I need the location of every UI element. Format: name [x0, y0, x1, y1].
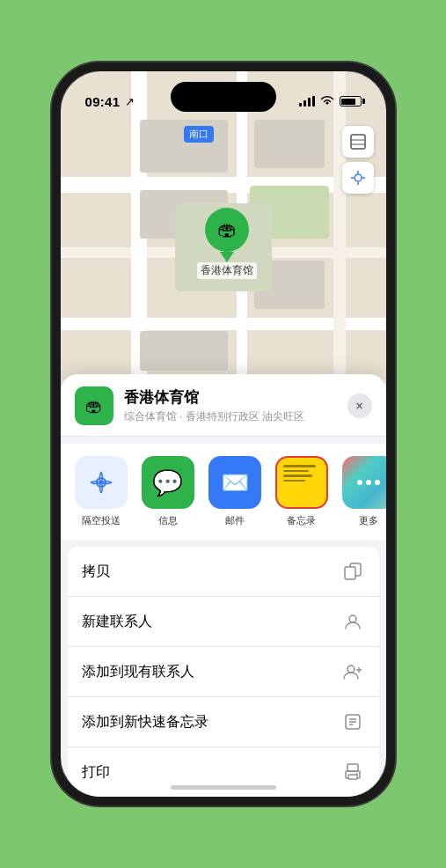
- add-existing-label: 添加到现有联系人: [82, 663, 194, 681]
- more-label: 更多: [359, 514, 378, 527]
- new-contact-icon: [340, 609, 365, 634]
- new-contact-label: 新建联系人: [82, 613, 152, 631]
- venue-title: 香港体育馆: [124, 387, 337, 408]
- venue-subtitle: 综合体育馆 · 香港特别行政区 油尖旺区: [124, 409, 337, 424]
- copy-label: 拷贝: [82, 563, 110, 581]
- svg-rect-22: [347, 764, 358, 771]
- status-icons: [299, 95, 362, 108]
- add-notes-label: 添加到新快速备忘录: [82, 713, 208, 732]
- share-item-more[interactable]: 更多: [342, 456, 386, 527]
- home-indicator: [171, 785, 276, 790]
- action-new-contact[interactable]: 新建联系人: [68, 597, 379, 647]
- location-button[interactable]: [342, 162, 374, 194]
- share-item-mail[interactable]: ✉️ 邮件: [208, 456, 261, 527]
- svg-rect-13: [345, 567, 355, 579]
- svg-point-9: [357, 480, 362, 485]
- add-notes-icon: [340, 710, 365, 734]
- sheet-header: 🏟 香港体育馆 综合体育馆 · 香港特别行政区 油尖旺区 ×: [61, 374, 386, 437]
- svg-point-25: [356, 773, 358, 775]
- copy-icon: [340, 559, 365, 584]
- location-icon: ↗: [125, 95, 135, 108]
- action-add-existing[interactable]: 添加到现有联系人: [68, 647, 379, 697]
- stadium-icon: 🏟: [205, 208, 249, 252]
- action-add-notes[interactable]: 添加到新快速备忘录: [68, 697, 379, 747]
- message-icon: 💬: [142, 456, 194, 509]
- share-item-message[interactable]: 💬 信息: [142, 456, 194, 527]
- svg-point-14: [349, 615, 356, 622]
- add-existing-icon: [340, 659, 365, 684]
- svg-rect-0: [351, 135, 365, 149]
- signal-icon: [299, 96, 315, 107]
- phone-screen: 09:41 ↗: [61, 71, 386, 797]
- close-button[interactable]: ×: [347, 394, 372, 418]
- wifi-icon: [320, 95, 334, 108]
- venue-icon: 🏟: [75, 386, 113, 425]
- map-controls: [342, 126, 374, 194]
- more-icon: [342, 456, 386, 509]
- phone-frame: 09:41 ↗: [52, 63, 395, 805]
- status-time: 09:41: [85, 94, 121, 109]
- mail-label: 邮件: [225, 514, 245, 527]
- bottom-sheet: 🏟 香港体育馆 综合体育馆 · 香港特别行政区 油尖旺区 ×: [61, 374, 386, 797]
- share-item-airdrop[interactable]: 隔空投送: [75, 456, 128, 527]
- action-list: 拷贝 新建联系人: [68, 547, 379, 797]
- print-icon: [340, 760, 365, 784]
- battery-icon: [340, 96, 362, 107]
- action-copy[interactable]: 拷贝: [68, 547, 379, 597]
- stadium-name-label: 香港体育馆: [197, 262, 257, 279]
- stadium-pin: 🏟: [205, 208, 249, 261]
- svg-point-11: [375, 480, 380, 485]
- notes-icon: [275, 456, 328, 509]
- svg-point-3: [355, 174, 362, 181]
- map-label: 南口: [184, 126, 214, 143]
- map-layer-button[interactable]: [342, 126, 374, 158]
- svg-point-10: [366, 480, 371, 485]
- notes-label: 备忘录: [287, 514, 316, 527]
- sheet-title-area: 香港体育馆 综合体育馆 · 香港特别行政区 油尖旺区: [124, 387, 337, 424]
- mail-icon: ✉️: [208, 456, 261, 509]
- pin-tail: [220, 252, 234, 262]
- svg-point-15: [347, 666, 355, 673]
- stadium-marker[interactable]: 🏟 香港体育馆: [197, 208, 257, 279]
- svg-rect-24: [348, 775, 357, 779]
- share-item-notes[interactable]: 备忘录: [275, 456, 328, 527]
- share-row: 隔空投送 💬 信息 ✉️ 邮件: [61, 444, 386, 540]
- dynamic-island: [171, 82, 276, 112]
- airdrop-label: 隔空投送: [82, 514, 121, 527]
- message-label: 信息: [158, 514, 178, 527]
- print-label: 打印: [82, 763, 110, 782]
- airdrop-icon: [75, 456, 128, 509]
